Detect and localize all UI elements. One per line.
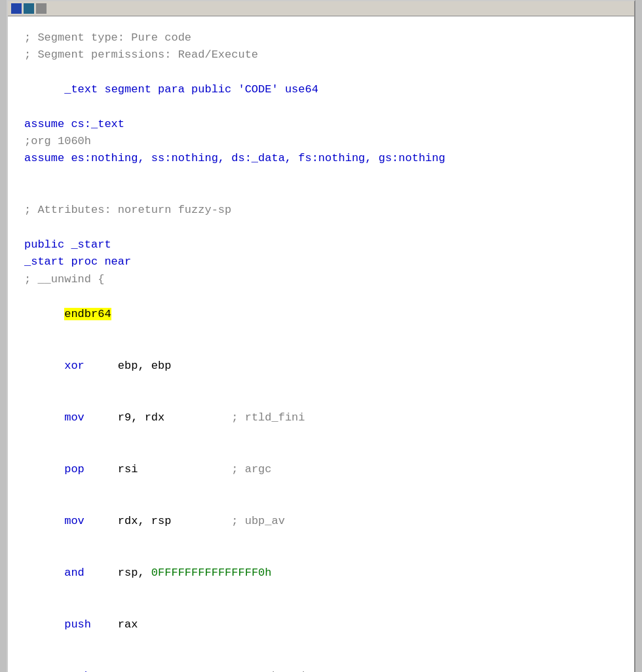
comment: ; ubp_av <box>231 515 285 527</box>
spacing <box>85 463 118 476</box>
code-line: push rsp ; stack_end <box>24 650 618 672</box>
empty-line <box>24 185 618 202</box>
code-line: ;org 1060h <box>24 133 618 150</box>
code-line: assume cs:_text <box>24 116 618 133</box>
spacing <box>85 411 118 424</box>
title-bar <box>8 1 634 16</box>
code-line: pop rsi ; argc <box>24 443 618 495</box>
spacing <box>85 515 118 527</box>
code-line: assume es:nothing, ss:nothing, ds:_data,… <box>24 150 618 167</box>
operands: rdx, rsp <box>118 515 231 527</box>
main-window: ; Segment type: Pure code ; Segment perm… <box>7 0 635 672</box>
spacing <box>91 618 118 631</box>
code-line: ; __unwind { <box>24 271 618 288</box>
comment: ; argc <box>231 463 271 476</box>
code-line: and rsp, 0FFFFFFFFFFFFFFF0h <box>24 547 618 599</box>
code-line: public _start <box>24 236 618 253</box>
code-line: ; Segment type: Pure code <box>24 29 618 47</box>
highlighted-instruction: endbr64 <box>64 308 111 320</box>
code-line-segment: _text segment para public 'CODE' use64 <box>24 64 618 116</box>
empty-line <box>24 168 618 185</box>
code-line: push rax <box>24 599 618 650</box>
operands: rsi <box>118 463 231 476</box>
title-icon-2 <box>24 3 34 14</box>
hex-value: 0FFFFFFFFFFFFFFF0h <box>151 567 272 579</box>
code-line: mov r9, rdx ; rtld_fini <box>24 392 618 443</box>
comment: ; rtld_fini <box>231 411 305 424</box>
title-icon-3 <box>36 3 47 14</box>
code-line-highlighted: endbr64 <box>24 288 618 340</box>
mnemonic: mov <box>64 515 85 527</box>
empty-line <box>24 219 618 236</box>
title-icon-1 <box>11 3 22 14</box>
mnemonic: xor <box>64 360 85 372</box>
segment-keyword2: use64 <box>278 83 318 96</box>
code-line: ; Segment permissions: Read/Execute <box>24 47 618 64</box>
code-area: ; Segment type: Pure code ; Segment perm… <box>8 16 634 672</box>
spacing <box>85 567 118 579</box>
code-string: 'CODE' <box>238 83 278 96</box>
code-line: xor ebp, ebp <box>24 340 618 392</box>
segment-keyword: _text segment para public <box>64 83 238 96</box>
operands: r9, rdx <box>118 411 231 424</box>
mnemonic: pop <box>64 463 85 476</box>
mnemonic: mov <box>64 411 85 424</box>
spacing <box>85 360 118 372</box>
code-line: ; Attributes: noreturn fuzzy-sp <box>24 202 618 219</box>
code-line: _start proc near <box>24 253 618 271</box>
mnemonic: push <box>64 618 91 631</box>
operands: rax <box>118 618 138 631</box>
mnemonic: and <box>64 567 85 579</box>
code-line: mov rdx, rsp ; ubp_av <box>24 495 618 547</box>
operands-pre: rsp, <box>118 567 151 579</box>
operands: ebp, ebp <box>118 360 172 372</box>
